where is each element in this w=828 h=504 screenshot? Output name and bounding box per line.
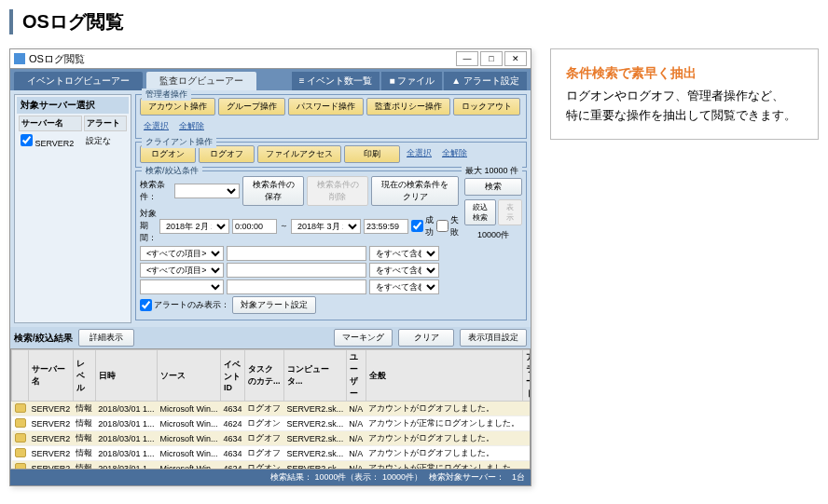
btn-clear-cond[interactable]: 現在の検索条件をクリア [371, 176, 459, 206]
field1-op[interactable]: をすべて含む [369, 246, 439, 261]
callout-line1: ログオンやログオフ、管理者操作など、 [566, 87, 803, 106]
field2-op[interactable]: をすべて含む [369, 263, 439, 278]
field1-combo[interactable]: <すべての項目> [140, 246, 224, 261]
btn-filter[interactable]: 絞込検索 [464, 199, 496, 225]
btn-client-select-all[interactable]: 全選択 [403, 145, 435, 163]
table-row[interactable]: SERVER2情報2018/03/01 1...Microsoft Win...… [12, 431, 531, 446]
btn-admin-clear-all[interactable]: 全解除 [175, 118, 208, 134]
col-header[interactable]: アラート [522, 350, 531, 402]
col-header[interactable]: コンピュータ... [283, 350, 346, 402]
results-bar: 検索/絞込結果 詳細表示 マーキング クリア 表示項目設定 [10, 327, 531, 348]
results-table: サーバー名レベル日時ソースイベントIDタスクのカテ...コンピュータ...ユーザ… [11, 349, 531, 470]
tab-audit-log[interactable]: 監査ログビューアー [146, 72, 256, 90]
table-row[interactable]: SERVER2情報2018/03/01 1...Microsoft Win...… [12, 446, 531, 461]
event-count-button[interactable]: ≡ イベント数一覧 [292, 72, 380, 90]
success-check[interactable]: 成功 [411, 214, 434, 238]
period-sep: ～ [280, 220, 288, 232]
server-row[interactable]: SERVER2 設定な [19, 133, 127, 149]
btn-print[interactable]: 印刷 [344, 145, 400, 163]
btn-show: 表示 [498, 199, 522, 225]
app-icon [14, 53, 25, 64]
btn-save-cond[interactable]: 検索条件の保存 [242, 176, 304, 206]
field2-value[interactable] [227, 263, 366, 278]
alert-only-check[interactable]: アラートのみ表示： [140, 299, 229, 311]
time-from[interactable] [232, 219, 277, 234]
max-count-label: 最大 10000 件 [462, 165, 522, 177]
btn-group-ops[interactable]: グループ操作 [218, 98, 285, 116]
results-label: 検索/絞込結果 [14, 332, 73, 345]
col-header[interactable]: イベントID [220, 350, 244, 402]
window-title: OSログ閲覧 [29, 52, 85, 66]
btn-delete-cond: 検索条件の削除 [307, 176, 368, 206]
col-alert[interactable]: アラート [84, 116, 127, 131]
field3-op[interactable]: をすべて含む [369, 279, 439, 294]
folder-icon [15, 433, 26, 443]
callout-box: 条件検索で素早く抽出 ログオンやログオフ、管理者操作など、 特に重要な操作を抽出… [550, 48, 819, 140]
col-server-name[interactable]: サーバー名 [19, 116, 82, 131]
cond-label: 検索条件： [140, 179, 172, 203]
maximize-button[interactable]: □ [480, 51, 503, 66]
date-from[interactable]: 2018年 2月 1日 [159, 219, 229, 234]
page-title: OSログ閲覧 [9, 9, 828, 34]
server-panel-title: 対象サーバー選択 [17, 97, 129, 114]
folder-icon [15, 463, 26, 470]
period-label: 対象期間： [140, 208, 157, 244]
client-ops-title: クライアント操作 [142, 136, 216, 148]
col-header[interactable]: ユーザー [346, 350, 366, 402]
btn-admin-select-all[interactable]: 全選択 [140, 118, 172, 134]
btn-alert-target[interactable]: 対象アラート設定 [232, 296, 316, 314]
btn-search[interactable]: 検索 [464, 178, 522, 196]
time-to[interactable] [364, 219, 408, 234]
field3-value[interactable] [227, 279, 366, 294]
tabbar: イベントログビューアー 監査ログビューアー ≡ イベント数一覧 ■ ファイル ▲… [10, 69, 531, 90]
server-table: サーバー名 アラート SERVER2 設定な [17, 114, 129, 151]
cond-combo[interactable] [174, 184, 240, 198]
col-header[interactable] [12, 350, 29, 402]
btn-marking[interactable]: マーキング [334, 329, 393, 347]
btn-detail[interactable]: 詳細表示 [78, 329, 134, 347]
field3-combo[interactable] [140, 279, 224, 294]
server-select-panel: 対象サーバー選択 サーバー名 アラート SERVER2 設定な [14, 94, 131, 323]
btn-password-ops[interactable]: パスワード操作 [288, 98, 364, 116]
tab-event-log[interactable]: イベントログビューアー [14, 72, 143, 90]
btn-file-access[interactable]: ファイルアクセス [257, 145, 341, 163]
date-to[interactable]: 2018年 3月 1日 [291, 219, 361, 234]
search-group-title: 検索/絞込条件 [142, 165, 202, 177]
btn-lockout[interactable]: ロックアウト [453, 98, 520, 116]
alert-settings-button[interactable]: ▲ アラート設定 [444, 72, 527, 90]
admin-ops-group: 管理者操作 アカウント操作 グループ操作 パスワード操作 監査ポリシー操作 ロッ… [135, 94, 527, 139]
folder-icon [15, 418, 26, 428]
callout-line2: 特に重要な操作を抽出して閲覧できます。 [566, 106, 803, 126]
field1-value[interactable] [227, 246, 366, 261]
col-header[interactable]: ソース [157, 350, 220, 402]
folder-icon [15, 448, 26, 457]
table-row[interactable]: SERVER2情報2018/03/01 1...Microsoft Win...… [12, 461, 531, 470]
file-button[interactable]: ■ ファイル [381, 72, 442, 90]
app-window: OSログ閲覧 — □ ✕ イベントログビューアー 監査ログビューアー ≡ イベン… [9, 48, 531, 486]
failure-check[interactable]: 失敗 [436, 214, 459, 238]
admin-ops-title: 管理者操作 [142, 89, 191, 101]
col-header[interactable]: レベル [73, 350, 95, 402]
col-header[interactable]: サーバー名 [29, 350, 74, 402]
callout-title: 条件検索で素早く抽出 [566, 62, 803, 83]
field2-combo[interactable]: <すべての項目> [140, 263, 224, 278]
statusbar: 検索結果： 10000件（表示： 10000件） 検索対象サーバー： 1台 [10, 470, 531, 485]
col-header[interactable]: 日時 [95, 350, 157, 402]
results-table-wrap[interactable]: サーバー名レベル日時ソースイベントIDタスクのカテ...コンピュータ...ユーザ… [10, 348, 531, 470]
btn-audit-policy-ops[interactable]: 監査ポリシー操作 [366, 98, 450, 116]
btn-columns[interactable]: 表示項目設定 [460, 329, 527, 347]
search-group: 検索/絞込条件 最大 10000 件 検索条件： 検索条件の保存 検索条件の削除… [135, 170, 527, 320]
table-row[interactable]: SERVER2情報2018/03/01 1...Microsoft Win...… [12, 402, 531, 416]
result-count: 10000件 [464, 229, 522, 241]
btn-clear[interactable]: クリア [398, 329, 454, 347]
col-header[interactable]: 全般 [366, 350, 522, 402]
table-row[interactable]: SERVER2情報2018/03/01 1...Microsoft Win...… [12, 416, 531, 431]
server-checkbox[interactable] [21, 134, 33, 146]
close-button[interactable]: ✕ [504, 51, 527, 66]
minimize-button[interactable]: — [456, 51, 478, 66]
titlebar: OSログ閲覧 — □ ✕ [10, 49, 531, 69]
btn-client-clear-all[interactable]: 全解除 [438, 145, 471, 163]
col-header[interactable]: タスクのカテ... [244, 350, 283, 402]
folder-icon [15, 403, 26, 413]
client-ops-group: クライアント操作 ログオン ログオフ ファイルアクセス 印刷 全選択 全解除 [135, 142, 527, 168]
